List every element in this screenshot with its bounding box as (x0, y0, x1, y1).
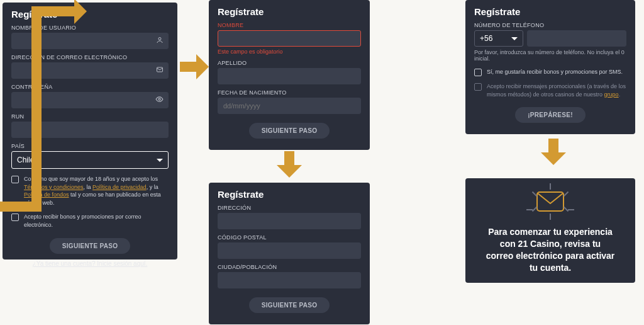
user-icon (156, 37, 164, 46)
sms-opt-row: Sí, me gustaría recibir bonos y promocio… (474, 68, 626, 76)
panel-title: Regístrate (218, 6, 361, 17)
lastname-label: APELLIDO (218, 60, 361, 66)
phone-prefix-select[interactable]: +56 (474, 30, 523, 47)
register-confirmation-panel: Para comenzar tu experiencia con 21 Casi… (465, 178, 635, 283)
register-step3-panel: Regístrate DIRECCIÓN CÓDIGO POSTAL CIUDA… (209, 183, 370, 324)
phone-input[interactable] (527, 30, 626, 47)
zip-label: CÓDIGO POSTAL (218, 234, 361, 241)
eye-icon[interactable] (155, 95, 164, 105)
promo-email-text: Acepto recibir bonos y promociones por c… (24, 213, 169, 229)
group-opt-checkbox[interactable] (474, 83, 482, 91)
login-link[interactable]: ¿Ya tiene una cuenta? Inicie sesión aquí… (11, 260, 169, 267)
terms-checkbox[interactable] (11, 176, 19, 183)
mail-icon (536, 191, 565, 212)
zip-input[interactable] (218, 242, 361, 259)
next-button[interactable]: SIGUIENTE PASO (249, 123, 330, 139)
flow-arrow-icon (180, 54, 211, 79)
panel-title: Regístrate (474, 6, 626, 17)
svg-rect-3 (537, 192, 564, 211)
mail-icon (156, 66, 164, 76)
chevron-down-icon (157, 159, 163, 162)
chevron-down-icon (511, 37, 518, 40)
flow-arrow-icon (277, 151, 302, 179)
next-button[interactable]: SIGUIENTE PASO (50, 238, 130, 254)
sms-opt-text: Sí, me gustaría recibir bonos y promocio… (487, 68, 623, 76)
terms-text: Confirmo que soy mayor de 18 años y que … (24, 175, 169, 207)
phone-label: NÚMERO DE TELÉFONO (474, 22, 626, 28)
city-input[interactable] (218, 272, 361, 288)
group-link[interactable]: grupo (604, 91, 619, 98)
name-input[interactable] (218, 30, 361, 47)
group-opt-row: Acepto recibir mensajes promocionales (a… (474, 83, 626, 98)
privacy-link[interactable]: Política de privacidad (92, 184, 147, 190)
svg-point-2 (158, 98, 160, 100)
address-label: DIRECCIÓN (218, 205, 361, 211)
dob-input[interactable] (218, 98, 361, 114)
phone-prefix-value: +56 (480, 34, 492, 43)
dob-label: FECHA DE NACIMIENTO (218, 89, 361, 96)
name-error-text: Este campo es obligatorio (218, 48, 361, 55)
address-input[interactable] (218, 213, 361, 229)
promo-email-checkbox[interactable] (11, 214, 19, 221)
submit-button[interactable]: ¡PREPÁRESE! (515, 107, 586, 123)
next-button[interactable]: SIGUIENTE PASO (249, 297, 330, 313)
register-step4-panel: Regístrate NÚMERO DE TELÉFONO +56 Por fa… (465, 0, 635, 134)
register-step1-panel: Regístrate NOMBRE DE USUARIO DIRECCIÓN D… (3, 3, 177, 259)
phone-row: +56 (474, 30, 626, 47)
envelope-animation-icon (525, 185, 575, 219)
svg-point-0 (158, 38, 161, 40)
group-opt-text: Acepto recibir mensajes promocionales (a… (487, 83, 626, 98)
panel-title: Regístrate (218, 189, 361, 200)
funds-link[interactable]: Política de fondos (24, 191, 69, 198)
name-label: NOMBRE (218, 22, 361, 28)
sms-opt-checkbox[interactable] (474, 69, 482, 76)
confirmation-message: Para comenzar tu experiencia con 21 Casi… (474, 226, 626, 274)
phone-help-text: Por favor, introduzca su número de teléf… (474, 49, 626, 62)
lastname-input[interactable] (218, 68, 361, 84)
register-step2-panel: Regístrate NOMBRE Este campo es obligato… (209, 0, 370, 150)
city-label: CIUDAD/POBLACIÓN (218, 264, 361, 270)
flow-arrow-icon (541, 139, 566, 166)
promo-email-row: Acepto recibir bonos y promociones por c… (11, 213, 169, 229)
